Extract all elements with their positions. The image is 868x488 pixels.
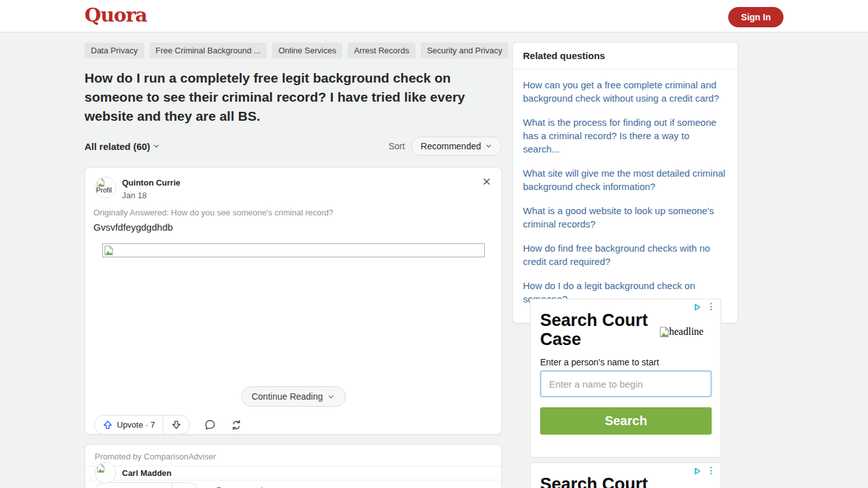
vote-pill: Upvote · 287 — [94, 482, 199, 488]
continue-reading-button[interactable]: Continue Reading — [241, 386, 346, 407]
promoted-answer-card: Promoted by ComparisonAdviser Carl Madde… — [85, 444, 502, 488]
chevron-down-icon — [485, 142, 492, 150]
downvote-icon — [171, 419, 182, 430]
ad-headline[interactable]: Search Court — [540, 475, 664, 488]
author-name[interactable]: Carl Madden — [122, 468, 172, 478]
main-column: Data Privacy Free Criminal Background ..… — [85, 43, 502, 488]
originally-answered-text[interactable]: Originally Answered: How do you see some… — [93, 208, 334, 217]
ad-search-court-case: ⋮ Search Court Case headline Enter a per… — [530, 299, 721, 458]
answer-broken-image — [102, 243, 485, 257]
answer-card: Profil Quinton Currie Jan 18 ✕ Originall… — [85, 167, 502, 435]
sort-value: Recommended — [421, 141, 481, 151]
answer-action-bar: Upvote · 7 — [94, 415, 243, 435]
chevron-down-icon — [153, 142, 160, 150]
ad-menu-dots-icon[interactable]: ⋮ — [707, 302, 715, 311]
ad-input-label: Enter a person's name to start — [540, 357, 659, 367]
quora-logo[interactable]: Quora — [85, 4, 147, 26]
related-question-link[interactable]: What site will give me the most detailed… — [523, 166, 728, 193]
share-button[interactable]: 7 — [252, 486, 273, 488]
upvote-button[interactable]: Upvote · 287 — [95, 483, 172, 488]
avatar-alt-text: Profil — [96, 186, 112, 194]
broken-image-icon — [97, 464, 105, 473]
upvote-button[interactable]: Upvote · 7 — [95, 416, 163, 434]
close-icon[interactable]: ✕ — [482, 177, 491, 187]
upvote-count-label: Upvote · 7 — [117, 420, 155, 430]
topic-tag-free-criminal-background[interactable]: Free Criminal Background ... — [149, 43, 267, 58]
author-avatar[interactable] — [95, 462, 116, 484]
upvote-icon — [102, 419, 113, 430]
downvote-button[interactable] — [163, 416, 189, 434]
sign-in-button[interactable]: Sign In — [728, 7, 783, 27]
related-questions-list: How can you get a free complete criminal… — [513, 69, 738, 319]
question-title: How do I run a completely free legit bac… — [85, 69, 473, 126]
topic-tag-online-services[interactable]: Online Services — [272, 43, 342, 58]
broken-image-icon — [97, 178, 105, 187]
adchoices-icon[interactable] — [693, 467, 702, 475]
answer-date[interactable]: Jan 18 — [122, 191, 147, 200]
share-repost-icon — [230, 419, 243, 431]
adchoices-icon[interactable] — [693, 303, 702, 311]
answers-filter-row: All related (60) Sort Recommended — [85, 137, 502, 156]
comment-icon — [204, 419, 216, 431]
related-question-link[interactable]: What is a good website to look up someon… — [523, 204, 728, 231]
ad-search-court-case-2: ⋮ Search Court — [530, 463, 721, 488]
all-related-label: All related (60) — [85, 141, 150, 152]
ad-search-button[interactable]: Search — [540, 407, 712, 435]
divider — [85, 480, 501, 480]
top-navigation-bar: Quora Sign In — [0, 0, 868, 32]
divider — [85, 466, 501, 466]
sort-control: Sort Recommended — [388, 137, 502, 156]
share-button[interactable] — [230, 419, 243, 431]
promoted-action-bar: Upvote · 287 88 — [94, 482, 273, 488]
topic-tag-data-privacy[interactable]: Data Privacy — [85, 43, 144, 58]
vote-pill: Upvote · 7 — [94, 415, 190, 435]
related-questions-title: Related questions — [513, 43, 738, 69]
ad-headline[interactable]: Search Court Case — [540, 311, 664, 349]
ad-menu-dots-icon[interactable]: ⋮ — [707, 466, 715, 475]
right-sidebar: Related questions How can you get a free… — [512, 42, 738, 323]
continue-reading-label: Continue Reading — [252, 391, 323, 402]
related-questions-card: Related questions How can you get a free… — [512, 42, 738, 323]
related-question-link[interactable]: What is the process for finding out if s… — [523, 116, 728, 156]
sort-dropdown[interactable]: Recommended — [411, 137, 502, 156]
promoted-by-label[interactable]: Promoted by ComparisonAdviser — [95, 452, 216, 461]
author-avatar[interactable]: Profil — [95, 177, 116, 198]
chevron-down-icon — [327, 393, 335, 401]
downvote-button[interactable] — [172, 483, 198, 488]
topic-tag-security-privacy[interactable]: Security and Privacy — [421, 43, 509, 58]
all-related-dropdown[interactable]: All related (60) — [85, 141, 160, 152]
ad-name-input[interactable] — [540, 370, 712, 397]
answer-body-text: Gvsvfdfeygdgdhdb — [93, 222, 173, 233]
broken-image-icon — [660, 327, 669, 337]
related-question-link[interactable]: How do find free background checks with … — [523, 241, 728, 268]
share-repost-icon — [252, 486, 265, 488]
comment-button[interactable] — [204, 419, 216, 431]
related-question-link[interactable]: How can you get a free complete criminal… — [523, 78, 728, 105]
ad-broken-image: headline — [660, 326, 703, 337]
broken-image-icon — [104, 245, 113, 255]
topic-tag-arrest-records[interactable]: Arrest Records — [348, 43, 416, 58]
author-name[interactable]: Quinton Currie — [122, 178, 180, 187]
sort-label: Sort — [388, 141, 405, 151]
topic-tag-row: Data Privacy Free Criminal Background ..… — [85, 43, 502, 58]
ad-image-alt-text: headline — [669, 326, 703, 337]
